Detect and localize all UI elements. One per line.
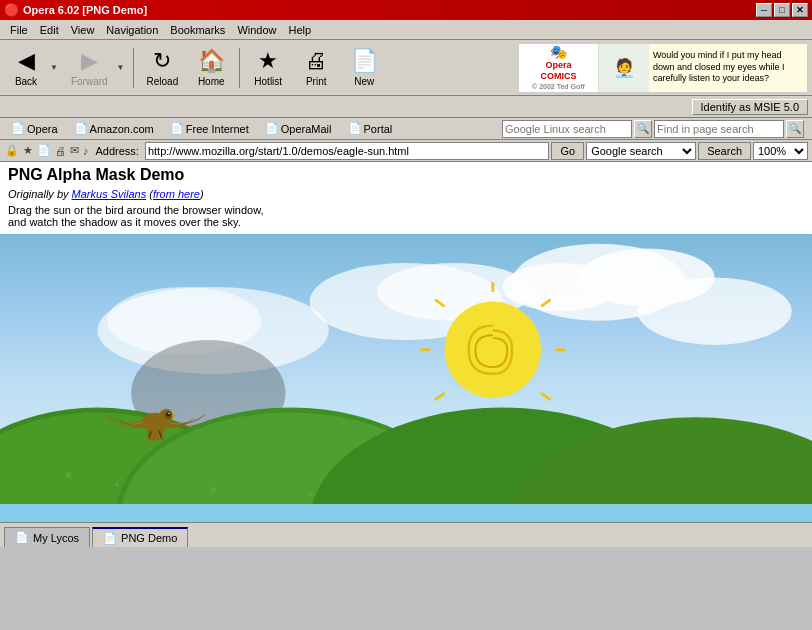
back-button[interactable]: ◀ Back bbox=[4, 43, 48, 93]
svg-point-34 bbox=[168, 413, 170, 415]
toolbar-separator-2 bbox=[239, 48, 240, 88]
home-button[interactable]: 🏠 Home bbox=[189, 43, 233, 93]
svg-point-28 bbox=[308, 492, 312, 496]
menu-bar: File Edit View Navigation Bookmarks Wind… bbox=[0, 20, 812, 40]
bookmark-icon-portal: 📄 bbox=[348, 122, 362, 135]
ad-logo: 🎭 Opera COMICS © 2002 Ted Goff bbox=[519, 44, 599, 92]
bookmark-icon-amazon: 📄 bbox=[74, 122, 88, 135]
reload-icon: ↻ bbox=[153, 48, 171, 74]
find-in-page-button[interactable]: 🔍 bbox=[786, 120, 804, 138]
search-container: 🔍 🔍 bbox=[502, 120, 808, 138]
scene-svg bbox=[0, 234, 812, 504]
bookmark-icon-operamail: 📄 bbox=[265, 122, 279, 135]
svg-point-25 bbox=[66, 472, 72, 478]
originally-by-text: Originally by bbox=[8, 188, 72, 200]
forward-label: Forward bbox=[71, 76, 108, 87]
menu-view[interactable]: View bbox=[65, 22, 101, 38]
go-button[interactable]: Go bbox=[551, 142, 584, 160]
svg-point-9 bbox=[445, 302, 541, 398]
svg-point-27 bbox=[210, 487, 216, 493]
ad-banner: 🎭 Opera COMICS © 2002 Ted Goff 🧑‍💼 Would… bbox=[518, 43, 808, 93]
toolbar-separator-1 bbox=[133, 48, 134, 88]
menu-bookmarks[interactable]: Bookmarks bbox=[164, 22, 231, 38]
bookmark-freeinternet[interactable]: 📄 Free Internet bbox=[163, 119, 256, 138]
page-icon: 📄 bbox=[37, 144, 51, 157]
ad-text: Would you mind if I put my head down and… bbox=[649, 44, 807, 92]
tab-label-mylycos: My Lycos bbox=[33, 532, 79, 544]
identify-button[interactable]: Identify as MSIE 5.0 bbox=[692, 99, 808, 115]
new-button[interactable]: 📄 New bbox=[342, 43, 386, 93]
google-linux-search-button[interactable]: 🔍 bbox=[634, 120, 652, 138]
home-icon: 🏠 bbox=[198, 48, 225, 74]
sky-scene bbox=[0, 234, 812, 504]
tab-bar: 📄 My Lycos 📄 PNG Demo bbox=[0, 522, 812, 547]
mail-icon: ✉ bbox=[70, 144, 79, 157]
minimize-button[interactable]: ─ bbox=[756, 3, 772, 17]
from-here-link[interactable]: from here bbox=[153, 188, 200, 200]
page-title: PNG Alpha Mask Demo bbox=[8, 166, 804, 184]
tab-pngdemo[interactable]: 📄 PNG Demo bbox=[92, 527, 188, 547]
author-link[interactable]: Markus Svilans bbox=[72, 188, 147, 200]
tab-icon-pngdemo: 📄 bbox=[103, 532, 117, 545]
svg-point-33 bbox=[166, 412, 170, 416]
menu-file[interactable]: File bbox=[4, 22, 34, 38]
menu-help[interactable]: Help bbox=[283, 22, 318, 38]
print-icon: 🖨 bbox=[305, 48, 327, 74]
print-small-icon: 🖨 bbox=[55, 145, 66, 157]
svg-line-15 bbox=[435, 393, 445, 400]
search-engine-select[interactable]: Google search Google Linux search bbox=[586, 142, 696, 160]
tab-icon-mylycos: 📄 bbox=[15, 531, 29, 544]
print-button[interactable]: 🖨 Print bbox=[294, 43, 338, 93]
address-bar: 🔒 ★ 📄 🖨 ✉ ♪ Address: Go Google search Go… bbox=[0, 140, 812, 162]
identify-bar: Identify as MSIE 5.0 bbox=[0, 96, 812, 118]
svg-point-26 bbox=[115, 483, 119, 487]
window-title: Opera 6.02 [PNG Demo] bbox=[23, 4, 147, 16]
tab-mylycos[interactable]: 📄 My Lycos bbox=[4, 527, 90, 547]
bookmark-star-icon: ★ bbox=[23, 144, 33, 157]
page-header: PNG Alpha Mask Demo Originally by Markus… bbox=[0, 162, 812, 234]
address-search-button[interactable]: Search bbox=[698, 142, 751, 160]
bookmarks-bar: 📄 Opera 📄 Amazon.com 📄 Free Internet 📄 O… bbox=[0, 118, 812, 140]
menu-navigation[interactable]: Navigation bbox=[100, 22, 164, 38]
print-label: Print bbox=[306, 76, 327, 87]
bookmark-icon-opera: 📄 bbox=[11, 122, 25, 135]
reload-label: Reload bbox=[147, 76, 179, 87]
bookmark-portal[interactable]: 📄 Portal bbox=[341, 119, 400, 138]
bookmark-icon-freeinternet: 📄 bbox=[170, 122, 184, 135]
address-input[interactable] bbox=[145, 142, 550, 160]
svg-point-3 bbox=[637, 277, 791, 345]
google-linux-search-input[interactable] bbox=[502, 120, 632, 138]
back-icon: ◀ bbox=[18, 48, 35, 74]
zoom-select[interactable]: 100% 75% 125% 150% bbox=[753, 142, 808, 160]
page-description: Drag the sun or the bird around the brow… bbox=[8, 204, 804, 228]
close-button[interactable]: ✕ bbox=[792, 3, 808, 17]
home-label: Home bbox=[198, 76, 225, 87]
menu-window[interactable]: Window bbox=[231, 22, 282, 38]
find-in-page-input[interactable] bbox=[654, 120, 784, 138]
security-icon: 🔒 bbox=[5, 144, 19, 157]
new-label: New bbox=[354, 76, 374, 87]
title-bar-left: 🔴 Opera 6.02 [PNG Demo] bbox=[4, 3, 147, 17]
forward-dropdown[interactable]: ▼ bbox=[115, 43, 127, 93]
opera-logo-icon: 🔴 bbox=[4, 3, 19, 17]
bookmark-amazon[interactable]: 📄 Amazon.com bbox=[67, 119, 161, 138]
hotlist-label: Hotlist bbox=[254, 76, 282, 87]
address-label: Address: bbox=[92, 145, 143, 157]
menu-edit[interactable]: Edit bbox=[34, 22, 65, 38]
forward-icon: ▶ bbox=[81, 48, 98, 74]
page-author-line: Originally by Markus Svilans (from here) bbox=[8, 188, 804, 200]
tab-label-pngdemo: PNG Demo bbox=[121, 532, 177, 544]
back-dropdown[interactable]: ▼ bbox=[48, 43, 60, 93]
hotlist-icon: ★ bbox=[258, 48, 278, 74]
back-label: Back bbox=[15, 76, 37, 87]
new-icon: 📄 bbox=[351, 48, 378, 74]
maximize-button[interactable]: □ bbox=[774, 3, 790, 17]
page-content: PNG Alpha Mask Demo Originally by Markus… bbox=[0, 162, 812, 522]
bookmark-opera[interactable]: 📄 Opera bbox=[4, 119, 65, 138]
hotlist-button[interactable]: ★ Hotlist bbox=[246, 43, 290, 93]
title-bar-buttons: ─ □ ✕ bbox=[756, 3, 808, 17]
bookmark-operamail[interactable]: 📄 OperaMail bbox=[258, 119, 339, 138]
forward-button[interactable]: ▶ Forward bbox=[64, 43, 115, 93]
svg-line-13 bbox=[541, 393, 551, 400]
reload-button[interactable]: ↻ Reload bbox=[140, 43, 186, 93]
